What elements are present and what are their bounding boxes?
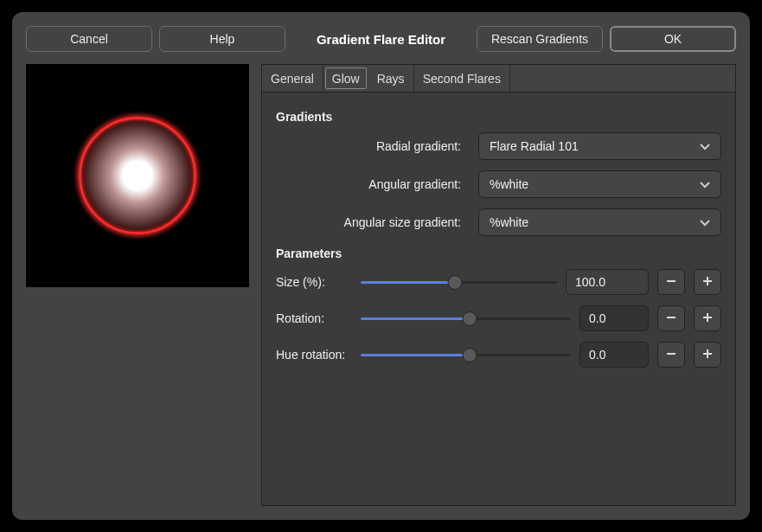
radial-gradient-value: Flare Radial 101 [490, 139, 579, 153]
rotation-label: Rotation: [276, 311, 352, 325]
chevron-down-icon [700, 139, 710, 153]
angular-gradient-row: Angular gradient: %white [276, 170, 721, 198]
tab-rays[interactable]: Rays [368, 65, 414, 92]
hue-rotation-row: Hue rotation: [276, 342, 721, 368]
rotation-increment-button[interactable] [694, 305, 721, 331]
rescan-gradients-button[interactable]: Rescan Gradients [477, 26, 603, 52]
radial-gradient-select[interactable]: Flare Radial 101 [478, 132, 721, 160]
hue-rotation-label: Hue rotation: [276, 348, 352, 362]
tab-general[interactable]: General [262, 65, 323, 92]
minus-icon [666, 274, 676, 290]
slider-thumb[interactable] [463, 311, 477, 326]
size-slider[interactable] [361, 273, 557, 291]
rotation-decrement-button[interactable] [657, 305, 685, 331]
parameters-heading: Parameters [276, 247, 721, 260]
ok-button[interactable]: OK [610, 26, 736, 52]
angular-gradient-value: %white [490, 177, 528, 191]
dialog-window: Cancel Help Gradient Flare Editor Rescan… [12, 12, 750, 520]
cancel-button[interactable]: Cancel [26, 26, 152, 52]
size-label: Size (%): [276, 275, 352, 289]
content-area: General Glow Rays Second Flares Gradient… [26, 64, 736, 506]
radial-gradient-row: Radial gradient: Flare Radial 101 [276, 132, 721, 160]
hue-rotation-input[interactable] [580, 342, 649, 368]
angular-size-gradient-row: Angular size gradient: %white [276, 208, 721, 236]
chevron-down-icon [700, 177, 710, 191]
angular-gradient-label: Angular gradient: [276, 177, 466, 191]
size-increment-button[interactable] [694, 269, 721, 295]
settings-panel: General Glow Rays Second Flares Gradient… [261, 64, 736, 506]
rotation-slider[interactable] [361, 310, 571, 327]
slider-thumb[interactable] [463, 348, 477, 362]
help-button[interactable]: Help [159, 26, 285, 52]
minus-icon [666, 311, 676, 326]
hue-decrement-button[interactable] [657, 342, 685, 368]
angular-gradient-select[interactable]: %white [478, 170, 721, 198]
angular-size-gradient-label: Angular size gradient: [276, 215, 466, 229]
chevron-down-icon [700, 215, 710, 229]
preview-column [26, 64, 249, 506]
hue-rotation-slider[interactable] [361, 346, 571, 363]
slider-fill [361, 354, 470, 356]
tab-second-flares[interactable]: Second Flares [414, 65, 510, 92]
angular-size-gradient-value: %white [490, 215, 528, 229]
dialog-title: Gradient Flare Editor [292, 32, 470, 47]
slider-fill [361, 317, 470, 320]
size-input[interactable] [566, 269, 649, 295]
preview-ring [79, 117, 196, 234]
rotation-row: Rotation: [276, 305, 721, 331]
slider-thumb[interactable] [447, 275, 462, 290]
angular-size-gradient-select[interactable]: %white [478, 208, 721, 236]
size-row: Size (%): [276, 269, 721, 295]
minus-icon [666, 347, 676, 362]
rotation-input[interactable] [580, 305, 649, 331]
hue-increment-button[interactable] [694, 342, 721, 368]
size-decrement-button[interactable] [657, 269, 685, 295]
tabs: General Glow Rays Second Flares [262, 65, 735, 93]
tab-glow[interactable]: Glow [325, 67, 367, 89]
gradients-heading: Gradients [276, 110, 721, 124]
radial-gradient-label: Radial gradient: [276, 139, 466, 153]
slider-fill [361, 281, 455, 284]
titlebar: Cancel Help Gradient Flare Editor Rescan… [26, 26, 736, 52]
panel-body: Gradients Radial gradient: Flare Radial … [262, 93, 735, 505]
plus-icon [702, 274, 713, 290]
plus-icon [702, 347, 713, 362]
plus-icon [702, 311, 713, 326]
flare-preview [26, 64, 249, 287]
